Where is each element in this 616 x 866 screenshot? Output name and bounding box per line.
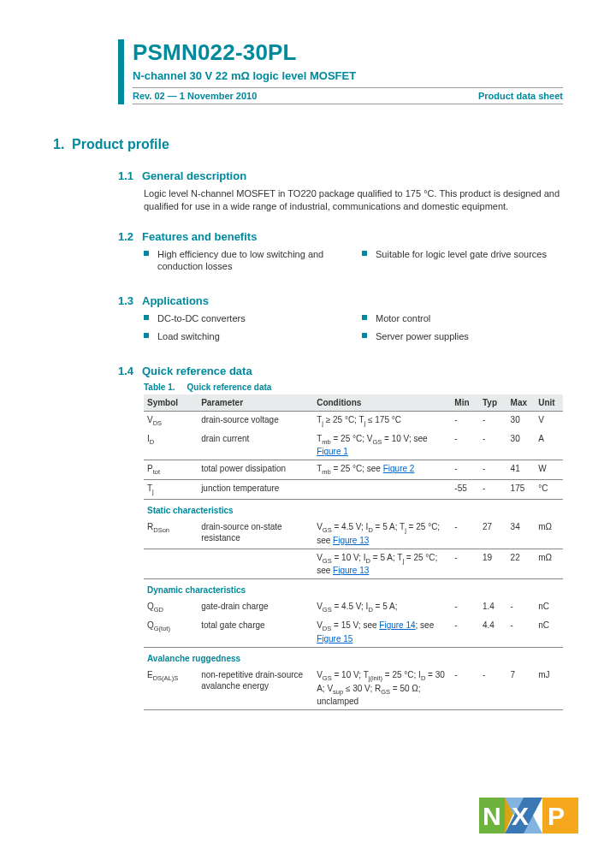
svg-text:N: N (483, 802, 501, 830)
table-row: IDdrain currentTmb = 25 °C; VGS = 10 V; … (144, 430, 563, 460)
table-row: RDSondrain-source on-state resistanceVGS… (144, 519, 563, 549)
revision-row: Rev. 02 — 1 November 2010 Product data s… (133, 87, 563, 104)
table-subheading: Dynamic characteristics (144, 579, 563, 599)
revision-text: Rev. 02 — 1 November 2010 (133, 91, 257, 101)
general-description-text: Logic level N-channel MOSFET in TO220 pa… (144, 187, 563, 213)
table-header: Unit (535, 394, 563, 412)
list-item: Motor control (362, 312, 563, 324)
table-row: QGDgate-drain chargeVGS = 4.5 V; ID = 5 … (144, 598, 563, 617)
section-1-title: 1.Product profile (53, 137, 563, 152)
subsection-1-1: 1.1General description Logic level N-cha… (118, 169, 563, 213)
table-row: Ptottotal power dissipationTmb = 25 °C; … (144, 460, 563, 480)
table-header: Typ (479, 394, 507, 412)
list-item: Suitable for logic level gate drive sour… (362, 248, 563, 260)
table-header: Conditions (313, 394, 451, 412)
table-row: VGS = 10 V; ID = 5 A; Tj = 25 °C; see Fi… (144, 549, 563, 579)
table-row: VDSdrain-source voltageTj ≥ 25 °C; Tj ≤ … (144, 411, 563, 430)
list-item: DC-to-DC converters (144, 312, 345, 324)
table-header: Parameter (198, 394, 313, 412)
subsection-1-2: 1.2Features and benefits High efficiency… (118, 230, 563, 278)
section-product-profile: 1.Product profile 1.1General description… (53, 137, 563, 710)
subsection-1-3: 1.3Applications DC-to-DC convertersLoad … (118, 294, 563, 347)
part-subtitle: N-channel 30 V 22 mΩ logic level MOSFET (133, 69, 563, 82)
nxp-logo: N X P (479, 798, 578, 835)
table-caption: Table 1.Quick reference data (144, 383, 563, 392)
table-header: Max (507, 394, 536, 412)
table-row: QG(tot)total gate chargeVDS = 15 V; see … (144, 617, 563, 647)
table-row: EDS(AL)Snon-repetitive drain-source aval… (144, 667, 563, 710)
list-item: Server power supplies (362, 330, 563, 342)
table-subheading: Static characteristics (144, 499, 563, 519)
table-header: Min (451, 394, 479, 412)
doctype-text: Product data sheet (478, 91, 563, 101)
list-item: High efficiency due to low switching and… (144, 248, 345, 273)
document-header: PSMN022-30PL N-channel 30 V 22 mΩ logic … (118, 39, 563, 104)
svg-text:P: P (548, 802, 565, 830)
table-subheading: Avalanche ruggedness (144, 647, 563, 667)
svg-text:X: X (512, 802, 529, 830)
table-header: Symbol (144, 394, 198, 412)
quick-reference-table: SymbolParameterConditionsMinTypMaxUnit V… (144, 394, 563, 711)
part-number: PSMN022-30PL (133, 39, 563, 66)
table-row: Tjjunction temperature-55-175°C (144, 480, 563, 500)
list-item: Load switching (144, 330, 345, 342)
subsection-1-4: 1.4Quick reference data Table 1.Quick re… (118, 365, 563, 711)
